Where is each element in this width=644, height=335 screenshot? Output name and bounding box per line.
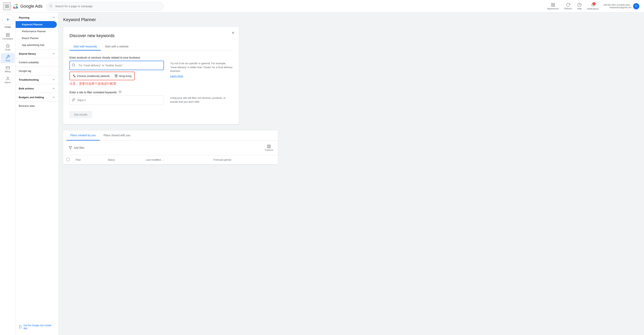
get-results-button[interactable]: Get results (70, 111, 92, 118)
svg-rect-32 (268, 145, 270, 148)
table-header-row: Plan Status Last modified ↓ Forecast per… (63, 155, 278, 164)
planning-header[interactable]: Planning (16, 14, 58, 21)
col-last-modified[interactable]: Last modified ↓ (143, 155, 210, 164)
svg-rect-8 (554, 5, 554, 6)
svg-rect-15 (8, 34, 9, 34)
site-input-wrap (70, 96, 164, 105)
create-button[interactable] (2, 14, 13, 25)
keywords-form-left: Enter products or services closely relat… (70, 56, 164, 86)
attention-text: 注意：需要对这两个选项进行配置 (70, 82, 164, 86)
refresh-button[interactable]: Refresh (562, 2, 574, 10)
keywords-input[interactable] (70, 61, 164, 70)
divider-5 (16, 84, 58, 84)
learn-more-link[interactable]: Learn more (170, 74, 183, 78)
site-filter-input[interactable] (70, 96, 164, 105)
close-button[interactable] (230, 30, 236, 36)
discover-card: Discover new keywords Start with keyword… (63, 27, 239, 124)
columns-button[interactable]: Columns (263, 143, 275, 153)
nav-content-suitability[interactable]: Content suitability (16, 59, 57, 66)
global-search (46, 2, 164, 10)
sidebar-item-tools[interactable]: Tools (1, 53, 15, 63)
mobile-icon (19, 325, 22, 328)
create-label: Create (2, 26, 13, 28)
nav-panel: Planning Keyword Planner Performance Pla… (16, 12, 58, 335)
language-selector[interactable]: Chinese (traditional) (default) (72, 74, 110, 78)
site-filter-row: Enter a site to filter unrelated keyword… (70, 90, 232, 105)
svg-point-2 (16, 4, 18, 6)
user-info[interactable]: 384-683-2933 北京快用云科技... finalphantom@gma… (602, 2, 641, 10)
svg-rect-6 (552, 3, 553, 4)
add-filter-button[interactable]: Add filter (66, 144, 87, 151)
keywords-hint: Try not to be too specific or general. F… (170, 56, 232, 86)
top-nav: Google Ads Appearance Refresh Help (0, 0, 644, 12)
shared-library-chevron-icon (52, 52, 55, 55)
keywords-row: Enter products or services closely relat… (70, 56, 232, 86)
sidebar-item-billing[interactable]: Billing (1, 64, 15, 74)
columns-icon (267, 144, 271, 148)
svg-point-21 (7, 77, 8, 78)
svg-point-4 (50, 4, 52, 7)
nav-performance-planner[interactable]: Performance Planner (16, 28, 57, 35)
plus-icon (6, 17, 10, 22)
nav-keyword-planner[interactable]: Keyword Planner (16, 21, 57, 28)
tab-keywords[interactable]: Start with keywords (70, 43, 101, 50)
svg-rect-14 (6, 34, 7, 34)
translate-icon (72, 74, 76, 78)
shared-library-header[interactable]: Shared library (16, 50, 58, 57)
keywords-input-wrap (70, 61, 164, 70)
sidebar-item-goals[interactable]: Goals (1, 42, 15, 52)
plans-card: Plans created by you Plans shared with y… (63, 130, 278, 164)
troubleshooting-chevron-icon (52, 78, 55, 81)
bulk-actions-header[interactable]: Bulk actions (16, 85, 58, 92)
site-filter-label: Enter a site to filter unrelated keyword… (70, 90, 164, 94)
create-section: Create (2, 14, 13, 28)
svg-rect-9 (552, 5, 553, 6)
sidebar-item-admin[interactable]: Admin (1, 75, 15, 85)
col-checkbox (63, 155, 72, 164)
user-details: 384-683-2933 北京快用云科技... finalphantom@gma… (604, 4, 632, 8)
hamburger-button[interactable] (3, 2, 11, 10)
site-help-icon[interactable] (119, 90, 122, 94)
nav-app-advertising-hub[interactable]: App advertising hub (16, 42, 57, 48)
divider-3 (16, 66, 58, 67)
tab-plans-shared[interactable]: Plans shared with you (100, 130, 134, 140)
svg-line-5 (52, 6, 52, 7)
tools-icon (6, 55, 10, 59)
nav-google-tag[interactable]: Google tag (16, 68, 57, 74)
nav-business-data[interactable]: Business data (16, 102, 57, 109)
search-input[interactable] (46, 2, 164, 10)
svg-line-27 (74, 66, 75, 66)
avatar: F (633, 3, 639, 9)
tab-website[interactable]: Start with a website (101, 43, 132, 50)
site-hint: Using your site will filter out services… (170, 90, 232, 105)
select-all-checkbox[interactable] (66, 158, 70, 161)
tab-plans-created[interactable]: Plans created by you (66, 130, 100, 140)
mobile-app-link[interactable]: Get the Google Ads mobile app (16, 322, 58, 332)
svg-point-1 (13, 7, 15, 8)
planning-section: Planning Keyword Planner Performance Pla… (16, 14, 58, 48)
divider-7 (16, 102, 58, 102)
logo[interactable]: Google Ads (12, 3, 42, 9)
location-icon (114, 74, 118, 78)
location-selector[interactable]: Hong Kong (114, 74, 132, 78)
divider-2 (16, 58, 58, 58)
close-icon (231, 31, 235, 35)
bulk-actions-chevron-icon (52, 87, 55, 90)
billing-icon (6, 66, 10, 70)
keywords-label: Enter products or services closely relat… (70, 56, 164, 59)
appearance-button[interactable]: Appearance (545, 2, 561, 10)
refresh-icon (566, 3, 570, 7)
help-button[interactable]: Help (575, 2, 584, 10)
nav-actions: Appearance Refresh Help 1 Notifications (545, 2, 641, 11)
svg-rect-19 (6, 66, 9, 69)
svg-marker-18 (6, 44, 9, 48)
notifications-button[interactable]: 1 Notifications (585, 2, 601, 11)
budgets-chevron-icon (52, 96, 55, 99)
budgets-bidding-header[interactable]: Budgets and bidding (16, 94, 58, 101)
main-content: Keyword Planner Discover new keywords St… (58, 12, 644, 335)
troubleshooting-header[interactable]: Troubleshooting (16, 76, 58, 83)
nav-reach-planner[interactable]: Reach Planner (16, 35, 57, 42)
svg-rect-7 (554, 3, 554, 4)
svg-point-3 (16, 7, 18, 8)
sidebar-item-campaigns[interactable]: Campaigns (1, 31, 15, 42)
